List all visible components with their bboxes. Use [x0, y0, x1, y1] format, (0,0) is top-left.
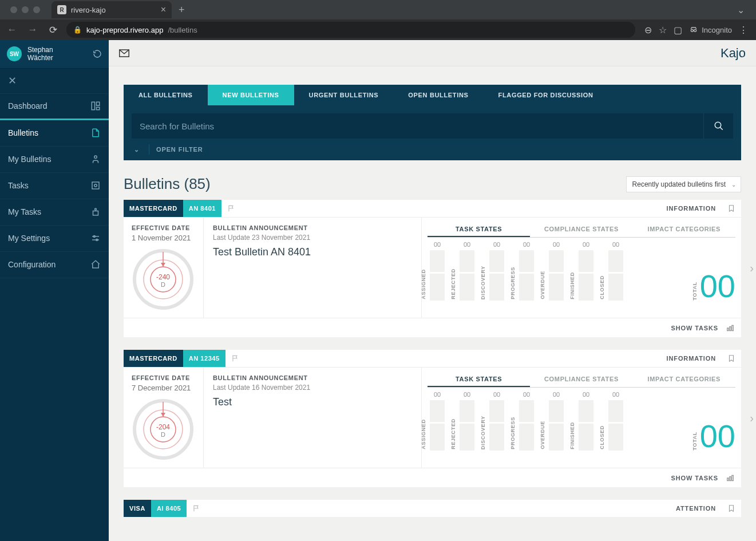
chevron-down-icon: ⌄ — [731, 181, 736, 188]
flag-icon[interactable] — [221, 204, 241, 212]
bulletin-card: VISA AI 8405 ATTENTION — [124, 500, 741, 517]
code-badge: AN 12345 — [183, 350, 225, 367]
state-label: PROGRESS — [510, 417, 516, 449]
bookmark-icon[interactable] — [722, 204, 741, 213]
svg-rect-24 — [730, 326, 731, 330]
sort-select[interactable]: Recently updated bulletins first⌄ — [626, 176, 741, 192]
panel-icon[interactable]: ▢ — [674, 25, 682, 35]
user-row[interactable]: SW StephanWächter — [0, 40, 109, 69]
state-label: FINISHED — [569, 422, 575, 449]
tab-strip: R rivero-kajo × + ⌄ — [0, 0, 756, 19]
tab-all-bulletins[interactable]: ALL BULLETINS — [124, 85, 208, 105]
state-count: 00 — [553, 241, 560, 248]
sidebar-item-dashboard[interactable]: Dashboard — [0, 94, 109, 120]
state-label: FINISHED — [569, 272, 575, 299]
browser-menu-icon[interactable]: ⋮ — [739, 25, 748, 35]
document-icon — [90, 128, 101, 138]
flag-icon[interactable] — [187, 504, 206, 512]
tab-task-states[interactable]: TASK STATES — [428, 372, 530, 387]
sidebar-item-my-tasks[interactable]: My Tasks — [0, 199, 109, 226]
back-button[interactable]: ← — [5, 24, 19, 35]
sliders-icon — [90, 233, 101, 243]
flag-icon[interactable] — [225, 354, 245, 362]
state-label: PROGRESS — [510, 267, 516, 299]
filter-panel: ALL BULLETINS NEW BULLETINS URGENT BULLE… — [124, 85, 741, 160]
lock-icon: 🔒 — [73, 26, 82, 34]
tab-compliance-states[interactable]: COMPLIANCE STATES — [530, 222, 632, 237]
svg-rect-32 — [727, 478, 729, 481]
scheme-badge: VISA — [124, 500, 151, 517]
bookmark-icon[interactable] — [722, 354, 741, 363]
chevron-down-icon[interactable]: ⌄ — [737, 5, 751, 15]
new-tab-button[interactable]: + — [172, 4, 192, 16]
zoom-icon[interactable]: ⊖ — [644, 25, 652, 35]
chart-icon[interactable] — [726, 474, 734, 482]
search-wrap — [132, 113, 733, 139]
dial-value: -240 — [132, 273, 195, 281]
open-filter-toggle[interactable]: ⌄ OPEN FILTER — [124, 139, 741, 160]
sidebar-item-tasks[interactable]: Tasks — [0, 173, 109, 199]
tab-impact-categories[interactable]: IMPACT CATEGORIES — [633, 372, 735, 387]
reload-button[interactable]: ⟳ — [46, 24, 61, 36]
state-col: PROGRESS 00 — [517, 391, 536, 451]
total-value: 00 — [700, 422, 735, 451]
tab-compliance-states[interactable]: COMPLIANCE STATES — [530, 372, 632, 387]
refresh-icon[interactable] — [93, 49, 102, 58]
state-count: 00 — [464, 241, 470, 248]
state-col: REJECTED 00 — [457, 241, 477, 301]
sidebar-collapse[interactable]: ✕ — [0, 69, 109, 94]
expand-arrow-icon[interactable]: › — [750, 261, 754, 274]
favicon-icon: R — [57, 5, 66, 14]
state-count: 00 — [553, 391, 560, 398]
tab-urgent-bulletins[interactable]: URGENT BULLETINS — [294, 85, 394, 105]
announcement-label: BULLETIN ANNOUNCEMENT — [213, 224, 412, 231]
mail-icon[interactable] — [119, 49, 129, 57]
sidebar-item-my-settings[interactable]: My Settings — [0, 226, 109, 252]
countdown-dial: -240 D — [132, 248, 195, 311]
state-col: REJECTED 00 — [457, 391, 477, 451]
home-icon — [90, 259, 101, 270]
page-title: Bulletins (85) — [124, 175, 211, 193]
url-field[interactable]: 🔒 kajo-preprod.rivero.app/bulletins — [66, 22, 635, 38]
svg-rect-23 — [727, 328, 729, 331]
expand-arrow-icon[interactable]: › — [750, 411, 754, 424]
show-tasks-button[interactable]: SHOW TASKS — [671, 325, 718, 331]
sidebar-item-bulletins[interactable]: Bulletins — [0, 120, 109, 147]
state-col: DISCOVERY 00 — [487, 241, 506, 301]
close-tab-icon[interactable]: × — [161, 5, 166, 15]
state-bar — [549, 250, 564, 301]
state-col: OVERDUE 00 — [547, 391, 566, 451]
svg-point-5 — [94, 156, 97, 159]
state-count: 00 — [434, 391, 441, 398]
tab-open-bulletins[interactable]: OPEN BULLETINS — [393, 85, 483, 105]
sidebar-item-configuration[interactable]: Configuration — [0, 252, 109, 278]
window-controls[interactable] — [5, 6, 46, 13]
forward-button[interactable]: → — [25, 24, 40, 35]
search-button[interactable] — [703, 113, 733, 139]
show-tasks-button[interactable]: SHOW TASKS — [671, 475, 718, 481]
state-count: 00 — [493, 391, 500, 398]
bookmark-icon[interactable] — [722, 504, 741, 513]
effective-date-value: 1 November 2021 — [132, 234, 195, 242]
svg-point-0 — [691, 29, 694, 31]
last-update: Last Update 23 November 2021 — [213, 234, 412, 242]
close-icon: ✕ — [8, 74, 17, 87]
state-bar — [489, 400, 504, 451]
bookmark-star-icon[interactable]: ☆ — [659, 25, 667, 35]
state-bar — [608, 250, 623, 301]
tab-impact-categories[interactable]: IMPACT CATEGORIES — [633, 222, 735, 237]
last-update: Last Update 16 November 2021 — [213, 384, 412, 392]
chart-icon[interactable] — [726, 324, 734, 332]
search-input[interactable] — [132, 113, 703, 139]
dial-unit: D — [132, 281, 195, 288]
person-icon — [90, 154, 101, 164]
tab-new-bulletins[interactable]: NEW BULLETINS — [208, 85, 294, 105]
sidebar-item-my-bulletins[interactable]: My Bulletins — [0, 147, 109, 173]
incognito-badge[interactable]: Incognito — [689, 25, 732, 34]
total-label: TOTAL — [692, 432, 698, 451]
user-name: StephanWächter — [27, 46, 53, 62]
state-col: FINISHED 00 — [576, 391, 596, 451]
browser-tab[interactable]: R rivero-kajo × — [52, 1, 172, 18]
tab-flagged-bulletins[interactable]: FLAGGED FOR DISCUSSION — [484, 85, 608, 105]
tab-task-states[interactable]: TASK STATES — [428, 222, 530, 237]
